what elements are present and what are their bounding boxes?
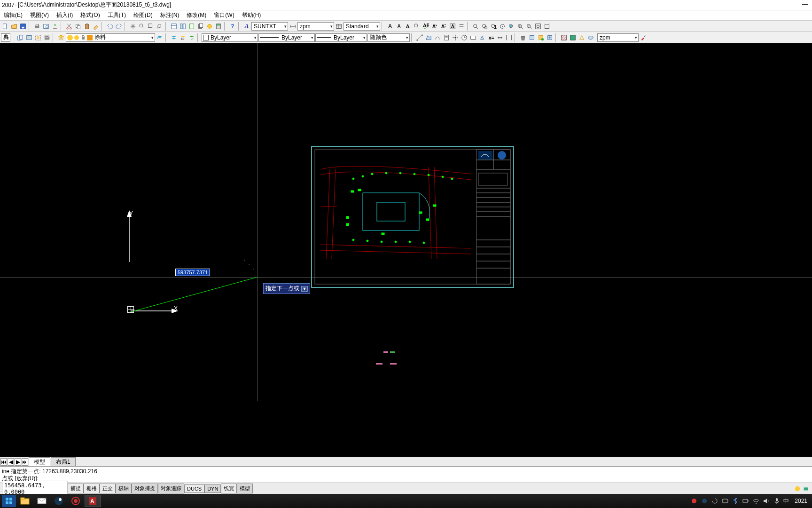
zoom-scale-icon[interactable]: 1: [489, 22, 498, 31]
qnew-icon[interactable] [1, 22, 9, 31]
time-icon[interactable] [460, 33, 468, 42]
menu-help[interactable]: 帮助(H) [238, 10, 265, 20]
justify-text-icon[interactable]: A [439, 22, 448, 31]
status-comm-icon[interactable] [793, 484, 802, 493]
menu-tools[interactable]: 工具(T) [104, 10, 130, 20]
mtext-icon[interactable]: A [386, 22, 394, 31]
insert-block-icon[interactable] [546, 33, 554, 42]
brush-icon[interactable] [639, 33, 648, 42]
status-tray-icon[interactable] [802, 484, 810, 493]
dim-style-icon[interactable] [289, 22, 297, 31]
table-style-combo[interactable]: Standard [344, 22, 380, 31]
color-combo[interactable]: ByLayer [202, 33, 258, 42]
sheet-set-icon[interactable] [196, 22, 205, 31]
text-style-icon[interactable]: A [242, 22, 251, 31]
toggle-ortho[interactable]: 正交 [100, 484, 116, 493]
extra-combo[interactable]: zpm [597, 33, 639, 42]
print-icon[interactable] [33, 22, 41, 31]
plot-preview-icon[interactable] [42, 22, 50, 31]
toggle-ducs[interactable]: DUCS [184, 484, 204, 493]
menu-modify[interactable]: 修改(M) [183, 10, 210, 20]
task-explorer-icon[interactable] [17, 495, 33, 507]
help-icon[interactable]: ? [228, 22, 237, 31]
zoom-all-icon[interactable] [534, 22, 542, 31]
zoom-dynamic-icon[interactable] [480, 22, 489, 31]
mass-prop-icon[interactable] [478, 33, 486, 42]
pt-icon[interactable] [496, 33, 504, 42]
text-style-combo[interactable]: SUNTXT [251, 22, 288, 31]
task-mail-icon[interactable] [34, 495, 50, 507]
region-icon[interactable] [433, 33, 442, 42]
task-steam-icon[interactable] [51, 495, 67, 507]
undo-icon[interactable] [106, 22, 114, 31]
layer-iso-icon[interactable] [179, 33, 187, 42]
tray-battery-icon[interactable] [742, 497, 750, 505]
toggle-model[interactable]: 模型 [237, 484, 253, 493]
tray-ime[interactable]: 中 [783, 497, 789, 505]
zoom-window-icon[interactable] [147, 22, 155, 31]
tab-next-icon[interactable]: ▶ [15, 458, 21, 466]
distance-icon[interactable] [415, 33, 424, 42]
drawing-canvas[interactable]: Y X 593757.7371 指定下一点或 ▼ [0, 43, 812, 457]
xref-clip-icon[interactable] [34, 33, 42, 42]
tray-gamepad-icon[interactable] [721, 497, 729, 505]
tray-update-icon[interactable] [711, 497, 718, 505]
tray-volume-icon[interactable] [763, 497, 770, 505]
make-current-icon[interactable] [187, 33, 196, 42]
gradient-icon[interactable] [569, 33, 577, 42]
zoom-in-icon[interactable] [516, 22, 524, 31]
cut-icon[interactable] [65, 22, 73, 31]
id-point-icon[interactable] [451, 33, 460, 42]
tray-mic-icon[interactable] [773, 497, 781, 505]
calc-icon[interactable] [214, 22, 223, 31]
toggle-polar[interactable]: 极轴 [116, 484, 132, 493]
zoom-prev-icon[interactable] [156, 22, 164, 31]
redo-icon[interactable] [115, 22, 123, 31]
zoom-window2-icon[interactable] [471, 22, 480, 31]
find-icon[interactable] [413, 22, 421, 31]
task-record-icon[interactable] [68, 495, 84, 507]
paste-icon[interactable] [83, 22, 91, 31]
zoom-rt-icon[interactable] [138, 22, 146, 31]
zoom-out-icon[interactable] [525, 22, 533, 31]
hatch-icon[interactable] [560, 33, 568, 42]
tab-prev-icon[interactable]: ◀ [8, 458, 14, 466]
design-center-icon[interactable] [179, 22, 187, 31]
convert-text-icon[interactable]: A [448, 22, 457, 31]
properties-icon[interactable] [170, 22, 178, 31]
dynamic-tooltip-down-icon[interactable]: ▼ [301, 286, 308, 292]
layer-combo[interactable]: 涂料 [66, 33, 155, 42]
command-window[interactable]: ine 指定第一点: 17263.889,23030.216 点或 [放弃(U)… [0, 466, 812, 483]
copy-icon[interactable] [74, 22, 82, 31]
start-button[interactable] [2, 495, 16, 507]
toggle-grid[interactable]: 栅格 [84, 484, 100, 493]
table-style-icon[interactable] [335, 22, 343, 31]
toggle-dyn[interactable]: DYN [204, 484, 221, 493]
tray-steam-icon[interactable] [701, 497, 708, 505]
zoom-extents-icon[interactable] [543, 22, 551, 31]
publish-icon[interactable] [51, 22, 59, 31]
menu-edit[interactable]: 编辑(E) [0, 10, 26, 20]
layer-states-icon[interactable] [170, 33, 178, 42]
menu-dimension[interactable]: 标注(N) [156, 10, 183, 20]
image-icon[interactable] [25, 33, 33, 42]
layer-manager-icon[interactable] [57, 33, 65, 42]
xref-icon[interactable] [16, 33, 24, 42]
dim-style-combo[interactable]: zpm [297, 22, 334, 31]
wblock-icon[interactable] [537, 33, 545, 42]
task-autocad-icon[interactable]: A [85, 495, 101, 507]
tab-model[interactable]: 模型 [29, 457, 50, 467]
spell-icon[interactable]: ABC [422, 22, 430, 31]
pan-icon[interactable] [129, 22, 137, 31]
linetype-combo[interactable]: ByLayer [258, 33, 315, 42]
tab-last-icon[interactable]: ⏭ [22, 458, 28, 466]
set-var-icon[interactable]: x= [487, 33, 495, 42]
lineweight-combo[interactable]: ByLayer [315, 33, 367, 42]
save-icon[interactable] [19, 22, 27, 31]
menu-insert[interactable]: 插入(I) [53, 10, 77, 20]
tray-clock[interactable]: 2021 [792, 498, 810, 504]
layer-prev-icon[interactable] [156, 33, 164, 42]
markup-icon[interactable] [205, 22, 214, 31]
minimize-button[interactable]: — [800, 1, 810, 9]
menu-draw[interactable]: 绘图(D) [130, 10, 156, 20]
